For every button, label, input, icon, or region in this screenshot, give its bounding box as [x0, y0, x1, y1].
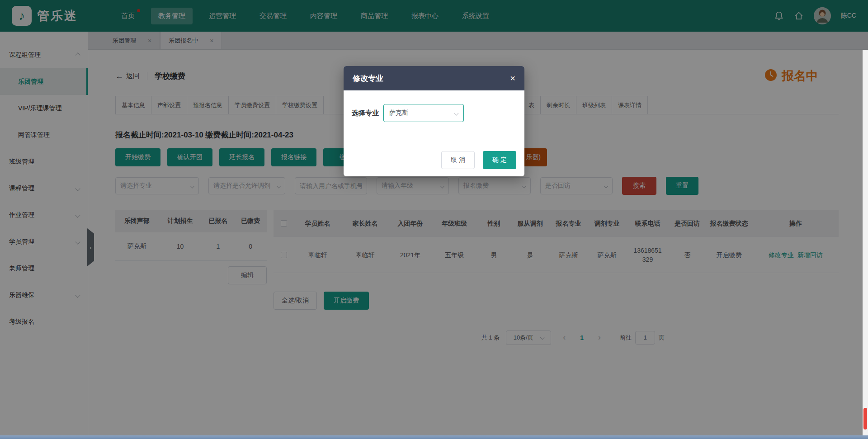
screen: ♪ 管乐迷 首页 教务管理 运营管理 交易管理 内容管理 商品管理 报表中心 系…: [0, 0, 868, 439]
modal-header: 修改专业 ×: [344, 66, 524, 90]
close-icon[interactable]: ×: [510, 74, 515, 83]
chevron-down-icon: [454, 111, 459, 115]
vertical-scrollbar-track: [863, 50, 868, 435]
vertical-scrollbar-thumb[interactable]: [863, 408, 867, 430]
horizontal-scrollbar[interactable]: [0, 435, 868, 439]
modal-title: 修改专业: [353, 73, 383, 84]
modal-body: 选择专业 萨克斯 取 消 确 定: [344, 90, 524, 176]
major-select[interactable]: 萨克斯: [383, 104, 464, 122]
modify-major-modal: 修改专业 × 选择专业 萨克斯 取 消 确 定: [344, 66, 524, 176]
confirm-button[interactable]: 确 定: [483, 151, 516, 169]
cancel-button[interactable]: 取 消: [441, 151, 475, 169]
select-major-label: 选择专业: [352, 109, 379, 118]
